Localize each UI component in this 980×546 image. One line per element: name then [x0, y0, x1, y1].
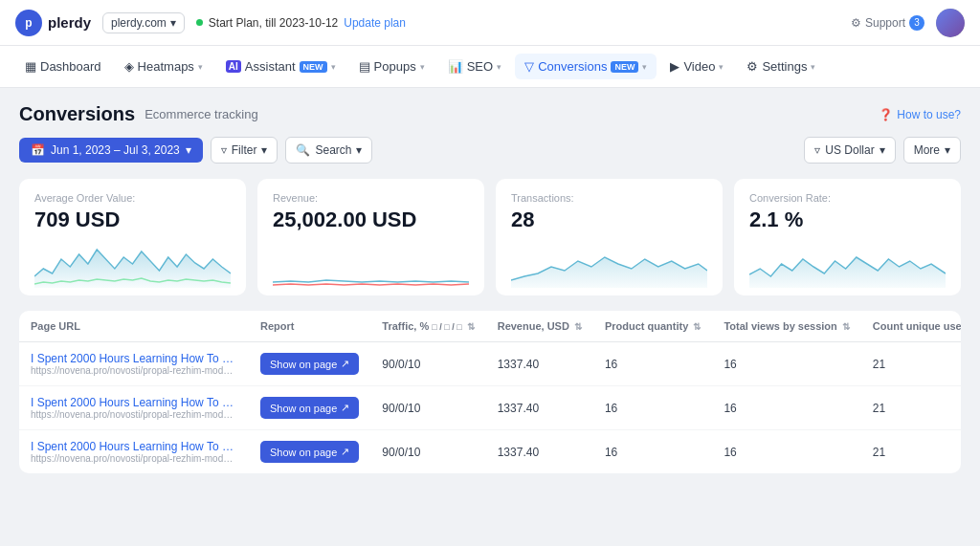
seo-icon: 📊 — [448, 59, 463, 74]
chevron-down-icon: ▾ — [719, 62, 724, 72]
metric-card-conv-rate: Conversion Rate: 2.1 % — [734, 179, 961, 295]
search-button[interactable]: 🔍 Search ▾ — [285, 137, 372, 164]
header: p plerdy plerdy.com ▾ Start Plan, till 2… — [0, 0, 980, 46]
nav-label-dashboard: Dashboard — [40, 59, 101, 74]
col-header-traffic[interactable]: Traffic, % □ / □ / □ ⇅ — [370, 311, 485, 342]
currency-button[interactable]: ▿ US Dollar ▾ — [804, 137, 895, 164]
traffic-cell: 90/0/10 — [370, 430, 485, 474]
table-row: I Spent 2000 Hours Learning How To Learn… — [19, 386, 961, 430]
page-url-link[interactable]: I Spent 2000 Hours Learning How To Learn… — [31, 396, 237, 409]
show-on-page-button[interactable]: Show on page ↗ — [260, 441, 359, 463]
chart-revenue — [273, 240, 469, 288]
metric-value-revenue: 25,002.00 USD — [273, 207, 469, 232]
show-on-page-label: Show on page — [270, 447, 337, 458]
plan-info: Start Plan, till 2023-10-12 Update plan — [196, 16, 406, 30]
metric-card-transactions: Transactions: 28 — [496, 179, 723, 295]
page-url-cell: I Spent 2000 Hours Learning How To Learn… — [19, 342, 249, 386]
gear-icon: ⚙ — [851, 16, 861, 30]
product-qty-cell: 16 — [593, 430, 712, 474]
col-header-product-qty[interactable]: Product quantity ⇅ — [593, 311, 712, 342]
col-header-total-views[interactable]: Total views by session ⇅ — [712, 311, 860, 342]
nav-item-assistant[interactable]: AI Assistant NEW ▾ — [216, 54, 345, 79]
chevron-down-icon: ▾ — [880, 143, 885, 157]
conversions-icon: ▽ — [524, 59, 534, 74]
avatar[interactable] — [936, 9, 965, 37]
how-to-label: How to use? — [897, 108, 961, 121]
nav-item-popups[interactable]: ▤ Popups ▾ — [349, 54, 434, 79]
revenue-cell: 1337.40 — [486, 342, 593, 386]
popups-icon: ▤ — [359, 59, 370, 74]
chevron-down-icon: ▾ — [497, 62, 501, 72]
logo-text: plerdy — [48, 14, 91, 31]
metric-value-aov: 709 USD — [34, 207, 231, 232]
toolbar: 📅 Jun 1, 2023 – Jul 3, 2023 ▾ ▿ Filter ▾… — [19, 137, 961, 164]
nav-item-dashboard[interactable]: ▦ Dashboard — [15, 54, 111, 79]
calendar-icon: 📅 — [31, 143, 45, 157]
search-icon: 🔍 — [296, 143, 310, 157]
col-header-page-url: Page URL — [19, 311, 249, 342]
avatar-image — [936, 9, 965, 37]
show-on-page-button[interactable]: Show on page ↗ — [260, 397, 359, 419]
date-range-button[interactable]: 📅 Jun 1, 2023 – Jul 3, 2023 ▾ — [19, 138, 203, 163]
nav-item-settings[interactable]: ⚙ Settings ▾ — [737, 54, 825, 79]
currency-label: US Dollar — [825, 143, 874, 157]
settings-icon: ⚙ — [746, 59, 758, 74]
page-url-link[interactable]: I Spent 2000 Hours Learning How To Learn… — [31, 352, 237, 365]
show-on-page-label: Show on page — [270, 359, 337, 370]
external-link-icon: ↗ — [341, 446, 349, 458]
more-button[interactable]: More ▾ — [903, 137, 961, 164]
nav-item-heatmaps[interactable]: ◈ Heatmaps ▾ — [115, 54, 212, 79]
chevron-down-icon: ▾ — [331, 62, 336, 72]
conversions-new-badge: NEW — [611, 61, 638, 73]
page-url-sub: https://novena.pro/novosti/propal-rezhim… — [31, 409, 237, 420]
main-nav: ▦ Dashboard ◈ Heatmaps ▾ AI Assistant NE… — [0, 46, 980, 88]
video-icon: ▶ — [670, 59, 679, 74]
nav-label-seo: SEO — [467, 59, 493, 74]
page-url-link[interactable]: I Spent 2000 Hours Learning How To Learn… — [31, 440, 237, 453]
page-url-sub: https://novena.pro/novosti/propal-rezhim… — [31, 453, 237, 464]
metric-value-transactions: 28 — [511, 207, 707, 232]
chevron-down-icon: ▾ — [811, 62, 815, 72]
filter-button[interactable]: ▿ Filter ▾ — [211, 137, 278, 164]
page-title-area: Conversions Ecommerce tracking — [19, 103, 258, 125]
page-title: Conversions — [19, 103, 135, 125]
chevron-down-icon: ▾ — [945, 143, 950, 157]
report-cell: Show on page ↗ — [249, 430, 370, 474]
dashboard-icon: ▦ — [25, 59, 36, 74]
page-url-cell: I Spent 2000 Hours Learning How To Learn… — [19, 386, 249, 430]
chart-conv-rate — [749, 240, 946, 288]
nav-item-conversions[interactable]: ▽ Conversions NEW ▾ — [515, 54, 657, 79]
chevron-down-icon: ▾ — [198, 62, 203, 72]
page-url-cell: I Spent 2000 Hours Learning How To Learn… — [19, 430, 249, 474]
nav-label-popups: Popups — [374, 59, 416, 74]
metric-label-revenue: Revenue: — [273, 192, 469, 204]
traffic-cell: 90/0/10 — [370, 342, 485, 386]
nav-item-seo[interactable]: 📊 SEO ▾ — [438, 54, 511, 79]
nav-item-video[interactable]: ▶ Video ▾ — [660, 54, 733, 79]
nav-label-heatmaps: Heatmaps — [138, 59, 194, 74]
chart-aov — [34, 240, 231, 288]
product-qty-cell: 16 — [593, 342, 712, 386]
update-plan-link[interactable]: Update plan — [344, 16, 406, 30]
external-link-icon: ↗ — [341, 402, 349, 414]
unique-users-cell: 21 — [861, 342, 961, 386]
report-cell: Show on page ↗ — [249, 342, 370, 386]
chevron-down-icon: ▾ — [356, 143, 362, 157]
date-range-value: Jun 1, 2023 – Jul 3, 2023 — [51, 143, 180, 157]
metric-label-conv-rate: Conversion Rate: — [749, 192, 946, 204]
chevron-down-icon: ▾ — [420, 62, 425, 72]
col-header-unique-users[interactable]: Count unique users ⇅ — [861, 311, 961, 342]
total-views-cell: 16 — [712, 430, 860, 474]
how-to-use-link[interactable]: ❓ How to use? — [879, 108, 961, 121]
show-on-page-button[interactable]: Show on page ↗ — [260, 353, 359, 375]
support-button[interactable]: ⚙ Support 3 — [851, 15, 924, 31]
more-label: More — [914, 143, 940, 157]
header-right: ⚙ Support 3 — [851, 9, 965, 37]
domain-selector[interactable]: plerdy.com ▾ — [102, 12, 185, 33]
table-row: I Spent 2000 Hours Learning How To Learn… — [19, 342, 961, 386]
report-cell: Show on page ↗ — [249, 386, 370, 430]
chevron-down-icon: ▾ — [261, 143, 267, 157]
page-header: Conversions Ecommerce tracking ❓ How to … — [19, 103, 961, 125]
col-header-revenue[interactable]: Revenue, USD ⇅ — [486, 311, 593, 342]
domain-value: plerdy.com — [111, 16, 167, 30]
